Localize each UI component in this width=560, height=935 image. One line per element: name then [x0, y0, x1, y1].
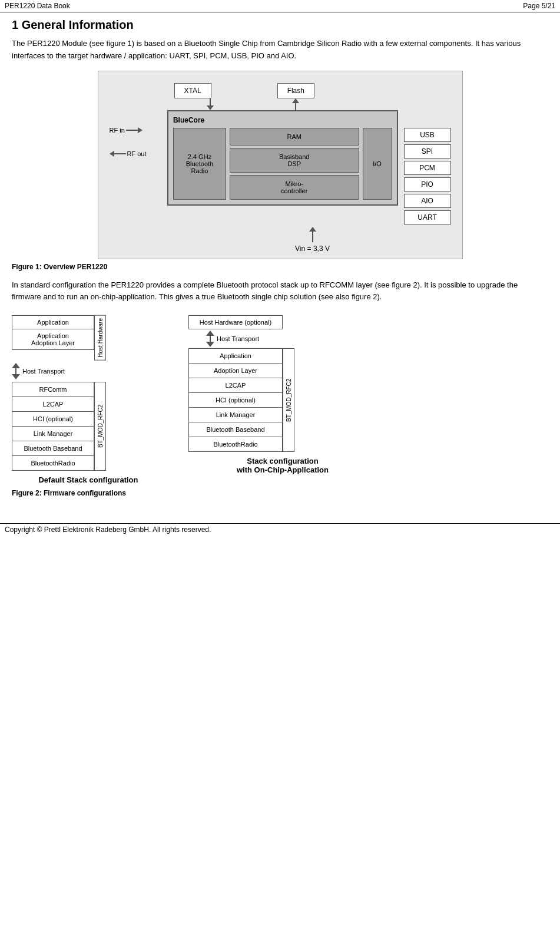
adoption-layer-top-box: ApplicationAdoption Layer: [12, 329, 94, 350]
host-transport-right-label: Host Transport: [217, 335, 259, 342]
footer-text: Copyright © Prettl Elektronik Radeberg G…: [5, 526, 211, 534]
ram-box: RAM: [230, 128, 359, 146]
hci-left-box: HCI (optional): [12, 412, 94, 427]
pcm-interface: PCM: [404, 161, 451, 175]
right-stack-section: Host Hardware (optional) Host Transport …: [188, 315, 377, 484]
bt-radio-left-box: BluetoothRadio: [12, 456, 94, 470]
interfaces-column: USB SPI PCM PIO AIO UART: [404, 110, 451, 224]
header-left: PER1220 Data Book: [5, 2, 70, 10]
io-box: I/O: [363, 128, 392, 200]
rf-in-label: RF in: [110, 127, 125, 134]
rf-out-label: RF out: [127, 150, 147, 157]
bt-baseband-right-box: Bluetooth Baseband: [189, 422, 282, 437]
l2cap-left-box: L2CAP: [12, 397, 94, 412]
host-hardware-label: Host Hardware: [94, 315, 106, 361]
bt-mod-rfc2-right-label: BT_MOD_RFC2: [283, 348, 294, 452]
default-stack-label: Default Stack configuration: [12, 475, 165, 484]
bt-mod-rfc2-left-label: BT_MOD_RFC2: [94, 382, 106, 471]
pio-interface: PIO: [404, 177, 451, 191]
bt-baseband-left-box: Bluetooth Baseband: [12, 441, 94, 456]
bluecore-box: BlueCore 2.4 GHz Bluetooth Radio RAM Bas…: [167, 110, 398, 206]
hci-right-box: HCI (optional): [189, 393, 282, 408]
link-manager-left-box: Link Manager: [12, 427, 94, 441]
section-title: 1 General Information: [12, 18, 548, 32]
figure1-caption: Figure 1: Overview PER1220: [12, 263, 548, 271]
basisband-box: Basisband DSP: [230, 148, 359, 173]
header-right: Page 5/21: [523, 2, 555, 10]
bt-radio-right-box: BluetoothRadio: [189, 437, 282, 451]
aio-interface: AIO: [404, 194, 451, 208]
vin-label: Vin = 3,3 V: [295, 245, 330, 253]
figure2-caption: Figure 2: Firmware configurations: [12, 489, 548, 497]
spi-interface: SPI: [404, 144, 451, 158]
flash-box: Flash: [277, 83, 314, 98]
bluecore-label: BlueCore: [173, 116, 392, 124]
body-paragraph: In standard configuration the PER1220 pr…: [12, 279, 548, 304]
adoption-layer-right-box: Adoption Layer: [189, 364, 282, 378]
mikro-box: Mikro- controller: [230, 175, 359, 200]
radio-box: 2.4 GHz Bluetooth Radio: [173, 128, 226, 200]
on-chip-stack-label: Stack configuration with On-Chip-Applica…: [188, 457, 377, 474]
uart-interface: UART: [404, 210, 451, 224]
host-hardware-optional-box: Host Hardware (optional): [188, 315, 283, 329]
application-top-box: Application: [12, 315, 94, 329]
application-right-box: Application: [189, 349, 282, 364]
rfcomm-box: RFComm: [12, 382, 94, 397]
intro-paragraph: The PER1220 Module (see figure 1) is bas…: [12, 38, 548, 62]
host-transport-left-label: Host Transport: [22, 368, 65, 375]
l2cap-right-box: L2CAP: [189, 378, 282, 393]
left-stack-section: Application ApplicationAdoption Layer Ho…: [12, 315, 165, 484]
figure2-container: Application ApplicationAdoption Layer Ho…: [12, 315, 548, 484]
xtal-box: XTAL: [174, 83, 211, 98]
usb-interface: USB: [404, 128, 451, 142]
link-manager-right-box: Link Manager: [189, 408, 282, 422]
